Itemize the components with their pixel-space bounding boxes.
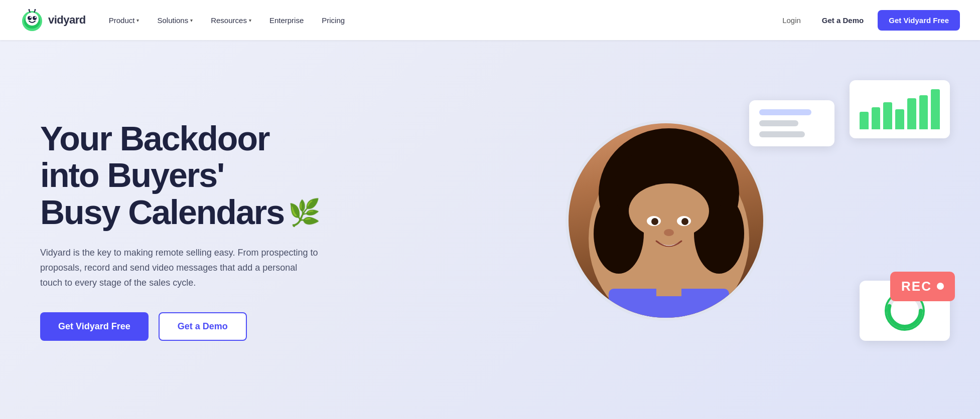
svg-point-8	[29, 9, 30, 11]
bar-2	[872, 107, 881, 129]
nav-item-pricing[interactable]: Pricing	[314, 12, 353, 29]
rec-dot-icon	[937, 283, 944, 290]
svg-point-21	[651, 218, 658, 225]
nav-links: Product ▾ Solutions ▾ Resources ▾ Enterp…	[101, 12, 775, 29]
get-vidyard-free-button[interactable]: Get Vidyard Free	[878, 10, 960, 31]
navbar: vidyard Product ▾ Solutions ▾ Resources …	[0, 0, 980, 40]
nav-right: Login Get a Demo Get Vidyard Free	[775, 10, 960, 31]
chevron-down-icon: ▾	[249, 18, 251, 23]
svg-point-2	[26, 13, 39, 26]
svg-point-10	[35, 9, 36, 11]
nav-item-resources[interactable]: Resources ▾	[203, 12, 259, 29]
hero-description: Vidyard is the key to making remote sell…	[40, 246, 321, 290]
get-demo-link[interactable]: Get a Demo	[814, 12, 872, 29]
bar-4	[895, 109, 904, 129]
hbar-2	[759, 120, 798, 126]
chevron-down-icon: ▾	[190, 18, 193, 23]
svg-point-3	[28, 16, 32, 20]
logo-link[interactable]: vidyard	[20, 8, 86, 32]
bar-5	[907, 98, 916, 129]
bar-3	[883, 102, 892, 129]
hero-buttons: Get Vidyard Free Get a Demo	[40, 312, 391, 341]
hero-section: Your Backdoor into Buyers' Busy Calendar…	[0, 40, 980, 419]
hero-cta-primary[interactable]: Get Vidyard Free	[40, 312, 149, 341]
login-link[interactable]: Login	[775, 12, 808, 29]
rec-badge: REC	[890, 272, 955, 301]
bar-7	[931, 89, 940, 129]
svg-rect-25	[656, 271, 681, 296]
vidyard-logo-icon	[20, 8, 44, 32]
logo-text: vidyard	[48, 14, 86, 27]
person-svg	[569, 123, 766, 321]
hero-title: Your Backdoor into Buyers' Busy Calendar…	[40, 120, 391, 231]
hbars-card	[749, 100, 834, 146]
hbar-3	[759, 131, 805, 137]
nav-item-enterprise[interactable]: Enterprise	[261, 12, 312, 29]
leaf-decoration: 🌿	[288, 198, 320, 227]
svg-point-6	[35, 17, 36, 18]
hero-content: Your Backdoor into Buyers' Busy Calendar…	[40, 120, 391, 341]
bar-chart	[860, 89, 940, 129]
hero-visual: REC	[391, 70, 940, 391]
svg-point-5	[30, 17, 31, 18]
bar-1	[860, 112, 869, 129]
analytics-card	[850, 80, 950, 138]
svg-point-22	[681, 218, 688, 225]
nav-item-solutions[interactable]: Solutions ▾	[149, 12, 201, 29]
chevron-down-icon: ▾	[136, 18, 139, 23]
nav-item-product[interactable]: Product ▾	[101, 12, 148, 29]
person-avatar	[566, 120, 766, 321]
svg-point-4	[33, 16, 37, 20]
hbar-1	[759, 109, 811, 115]
bar-6	[919, 95, 928, 129]
svg-point-23	[664, 229, 674, 236]
hero-cta-secondary[interactable]: Get a Demo	[159, 312, 247, 341]
